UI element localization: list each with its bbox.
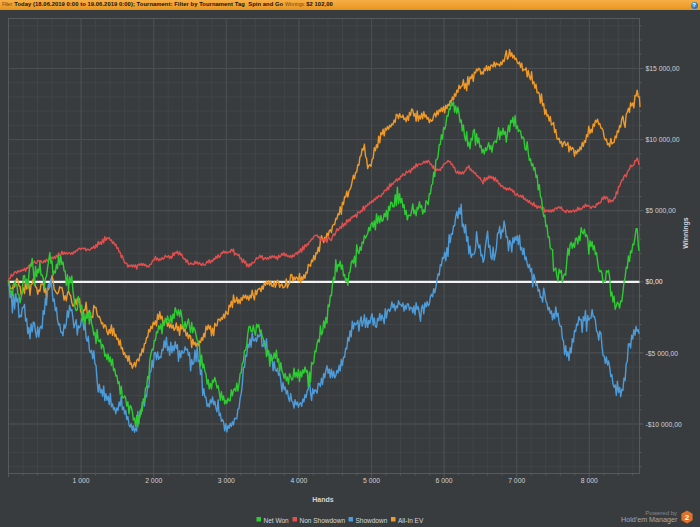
svg-text:6 000: 6 000 (436, 477, 453, 484)
svg-text:8 000: 8 000 (581, 477, 598, 484)
svg-text:$15 000,00: $15 000,00 (646, 65, 680, 72)
svg-text:1 000: 1 000 (73, 477, 90, 484)
svg-text:3 000: 3 000 (218, 477, 235, 484)
svg-text:5 000: 5 000 (363, 477, 380, 484)
svg-text:Showdown: Showdown (356, 517, 388, 524)
svg-text:7 000: 7 000 (508, 477, 525, 484)
svg-text:$5 000,00: $5 000,00 (646, 207, 676, 214)
svg-text:2 000: 2 000 (145, 477, 162, 484)
svg-text:All-In EV: All-In EV (398, 517, 424, 524)
svg-text:Hands: Hands (312, 496, 334, 503)
svg-text:$10 000,00: $10 000,00 (646, 136, 680, 143)
svg-text:Net Won: Net Won (264, 517, 290, 524)
svg-text:Non Showdown: Non Showdown (300, 517, 346, 524)
svg-text:-$10 000,00: -$10 000,00 (646, 421, 683, 428)
svg-text:Hold'em Manager: Hold'em Manager (621, 515, 678, 524)
svg-text:2: 2 (685, 513, 690, 522)
svg-text:$0,00: $0,00 (646, 278, 663, 285)
svg-text:4 000: 4 000 (290, 477, 307, 484)
svg-text:Winnings: Winnings (682, 217, 690, 249)
svg-text:-$5 000,00: -$5 000,00 (646, 350, 679, 357)
